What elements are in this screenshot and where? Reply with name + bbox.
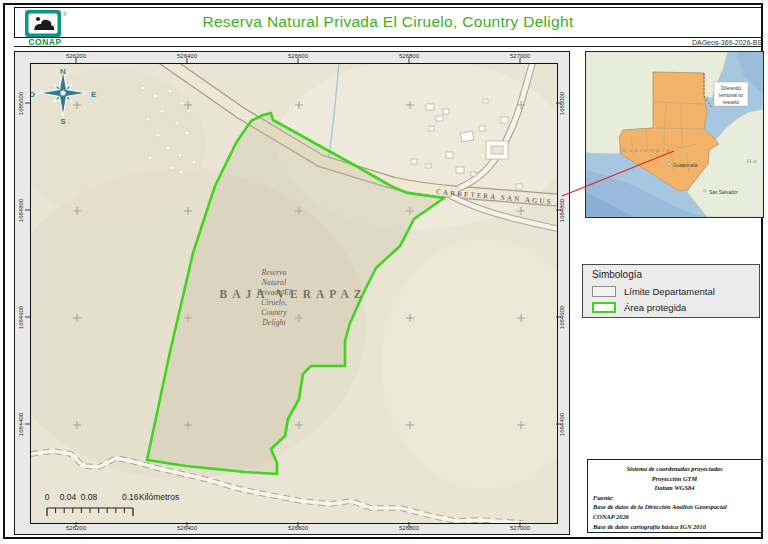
grid-label-top: 526400 <box>162 53 212 62</box>
grid-label-bottom: 526800 <box>384 525 434 534</box>
inset-capital-label: Guatemala <box>673 162 698 168</box>
department-label: BAJA VERAPAZ <box>220 288 367 300</box>
grid-label-right: 1684600 <box>559 288 568 348</box>
projection-line: Datum WGS84 <box>593 483 756 493</box>
area-name-label: Reserva <box>260 268 286 277</box>
protected-area-swatch <box>592 302 616 313</box>
basemap: Reserva Natural Privada El Ciruelo, Coun… <box>31 64 557 523</box>
page-title: Reserva Natural Privada El Ciruelo, Coun… <box>75 13 701 31</box>
area-name-label: Country <box>261 308 287 317</box>
grid-label-left: 1684400 <box>18 395 27 455</box>
inset-map-canvas: Diferendo territorial no resuelto Guatem… <box>586 52 763 217</box>
legend-item-protected-area: Área protegida <box>592 300 686 314</box>
inset-locator-map: Diferendo territorial no resuelto Guatem… <box>585 51 764 218</box>
inset-neighbor-label: Ho <box>747 158 759 164</box>
legend-box: Simbología Límite Departamental Área pro… <box>582 264 760 318</box>
map-canvas: Reserva Natural Privada El Ciruelo, Coun… <box>30 63 558 524</box>
scale-tick-004: 0.04 <box>60 492 77 502</box>
credits-box: Sistema de coordenadas proyectadas Proye… <box>587 459 762 533</box>
grid-label-left: 1684600 <box>18 288 27 348</box>
inset-city-label: San Salvador <box>709 190 738 195</box>
grid-label-right: 1684800 <box>559 181 568 241</box>
grid-label-left: 1684800 <box>18 181 27 241</box>
grid-label-top: 527000 <box>495 53 545 62</box>
grid-label-bottom: 527000 <box>495 525 545 534</box>
conap-logo-icon: ® <box>22 9 68 39</box>
header-divider <box>14 46 762 47</box>
area-name-label: Natural <box>261 278 286 287</box>
source-line: Base de datos cartografía básica IGN 201… <box>593 522 756 532</box>
area-name-label: Delight <box>261 318 286 327</box>
source-line: CONAP 2026 <box>593 512 756 522</box>
inset-dispute-note: Diferendo territorial no resuelto <box>714 82 748 106</box>
legend-item-label: Límite Departamental <box>624 286 715 297</box>
grid-label-left: 1685000 <box>18 74 27 134</box>
grid-label-right: 1685000 <box>559 74 568 134</box>
source-heading: Fuente: <box>593 493 756 503</box>
svg-text:territorial no: territorial no <box>719 93 744 98</box>
scale-tick-008: 0.08 <box>81 492 98 502</box>
header-bar: Reserva Natural Privada El Ciruelo, Coun… <box>14 7 762 38</box>
projection-line: Proyección GTM <box>593 474 756 484</box>
compass-e-label: E <box>91 90 97 99</box>
grid-label-bottom: 526200 <box>51 525 101 534</box>
scale-bar: 0 0.04 0.08 0.16 Kilómetros <box>45 492 180 516</box>
grid-label-top: 526800 <box>384 53 434 62</box>
legend-title: Simbología <box>592 269 642 280</box>
grid-label-bottom: 526400 <box>162 525 212 534</box>
legend-item-label: Área protegida <box>624 302 686 313</box>
grid-label-top: 526600 <box>273 53 323 62</box>
svg-text:Diferendo: Diferendo <box>721 86 741 91</box>
inset-country-label: Guatemala <box>622 147 671 153</box>
scale-unit-label: Kilómetros <box>139 492 179 502</box>
grid-label-bottom: 526600 <box>273 525 323 534</box>
scale-tick-016: 0.16 <box>122 492 139 502</box>
document-code: DAGeos-369-2026-BS <box>692 39 762 46</box>
compass-s-label: S <box>60 117 66 126</box>
conap-logo-text: CONAP <box>22 37 68 47</box>
compass-n-label: N <box>60 67 66 76</box>
legend-item-departmental: Límite Departamental <box>592 284 715 298</box>
scale-tick-0: 0 <box>45 492 50 502</box>
map-document-page: Reserva Natural Privada El Ciruelo, Coun… <box>0 0 768 544</box>
map-frame: 526200 526400 526600 526800 527000 52620… <box>14 51 570 535</box>
conap-logo: ® CONAP <box>22 9 68 53</box>
grid-label-top: 526200 <box>51 53 101 62</box>
grid-label-right: 1684400 <box>559 395 568 455</box>
projection-line: Sistema de coordenadas proyectadas <box>593 464 756 474</box>
svg-text:®: ® <box>63 11 67 17</box>
source-line: Base de datos de la Dirección Análisis G… <box>593 502 756 512</box>
compass-o-label: O <box>31 90 35 99</box>
svg-text:resuelto: resuelto <box>723 100 740 105</box>
department-boundary-swatch <box>592 286 616 297</box>
